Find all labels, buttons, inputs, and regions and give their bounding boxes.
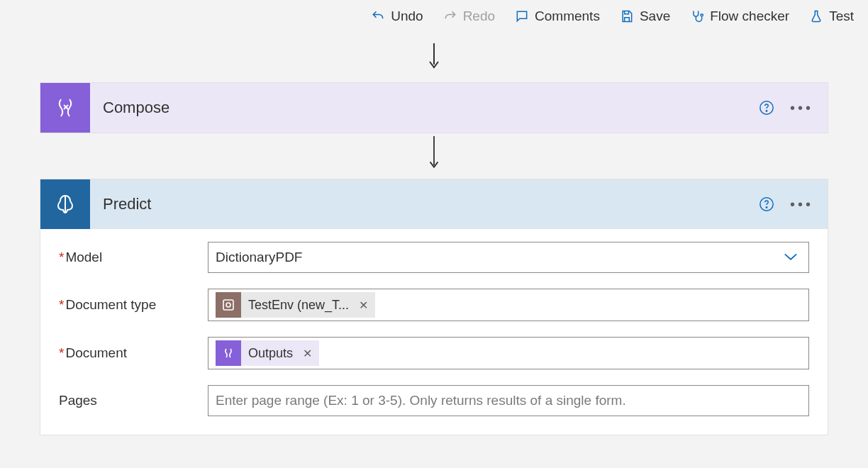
document-token[interactable]: Outputs ✕ (216, 340, 319, 366)
undo-label: Undo (391, 9, 423, 24)
brain-icon (40, 179, 90, 229)
save-label: Save (640, 9, 670, 24)
model-label: *Model (59, 250, 208, 265)
predict-title: Predict (90, 195, 759, 213)
compose-outputs-icon (216, 340, 241, 366)
undo-icon (371, 9, 385, 23)
save-icon (620, 9, 634, 23)
flow-checker-label: Flow checker (710, 9, 789, 24)
compose-card[interactable]: Compose ••• (40, 82, 828, 133)
flow-checker-button[interactable]: Flow checker (690, 9, 789, 24)
redo-label: Redo (463, 9, 495, 24)
test-label: Test (829, 9, 854, 24)
svg-point-7 (766, 207, 767, 208)
token-remove-button[interactable]: ✕ (300, 347, 319, 360)
connector-arrow (40, 40, 828, 82)
flask-icon (809, 9, 823, 23)
token-remove-button[interactable]: ✕ (356, 299, 375, 312)
field-model: *Model DictionaryPDF (59, 242, 809, 273)
compose-more-button[interactable]: ••• (790, 100, 813, 116)
pages-input-wrapper (208, 385, 809, 416)
predict-help-button[interactable] (759, 196, 774, 212)
predict-header[interactable]: Predict ••• (40, 179, 828, 229)
model-value: DictionaryPDF (216, 250, 302, 265)
compose-icon (40, 83, 90, 133)
connector-arrow (40, 133, 828, 179)
save-button[interactable]: Save (620, 9, 670, 24)
stethoscope-icon (690, 9, 704, 23)
field-pages: Pages (59, 385, 809, 416)
compose-title: Compose (90, 99, 759, 117)
redo-button: Redo (443, 9, 495, 24)
predict-more-button[interactable]: ••• (790, 196, 813, 213)
test-button[interactable]: Test (809, 9, 854, 24)
flow-canvas: Compose ••• Predict (0, 33, 868, 464)
svg-rect-8 (223, 300, 233, 310)
pages-label: Pages (59, 393, 208, 408)
compose-help-button[interactable] (759, 100, 774, 116)
document-input[interactable]: Outputs ✕ (208, 337, 809, 369)
undo-button[interactable]: Undo (371, 9, 423, 24)
model-dropdown[interactable]: DictionaryPDF (208, 242, 809, 273)
comment-icon (515, 9, 529, 23)
document-label: *Document (59, 345, 208, 361)
field-document: *Document Outputs ✕ (59, 337, 809, 369)
svg-point-3 (766, 111, 767, 111)
document-type-label: *Document type (59, 297, 208, 313)
pages-input[interactable] (216, 393, 801, 408)
comments-button[interactable]: Comments (515, 9, 600, 24)
field-document-type: *Document type TestEnv (new_T... ✕ (59, 289, 809, 321)
token-text: Outputs (241, 346, 300, 361)
redo-icon (443, 9, 457, 23)
dataverse-icon (216, 292, 241, 318)
toolbar: Undo Redo Comments Save Flow checker Tes… (0, 0, 868, 33)
comments-label: Comments (535, 9, 600, 24)
predict-body: *Model DictionaryPDF *Document type (40, 229, 828, 435)
compose-header: Compose ••• (40, 83, 828, 133)
document-type-token[interactable]: TestEnv (new_T... ✕ (216, 292, 375, 318)
chevron-down-icon[interactable] (783, 250, 799, 265)
predict-card: Predict ••• *Model DictionaryPDF (40, 179, 828, 435)
svg-point-0 (701, 14, 703, 16)
token-text: TestEnv (new_T... (241, 298, 356, 313)
document-type-input[interactable]: TestEnv (new_T... ✕ (208, 289, 809, 321)
svg-point-9 (226, 303, 230, 307)
